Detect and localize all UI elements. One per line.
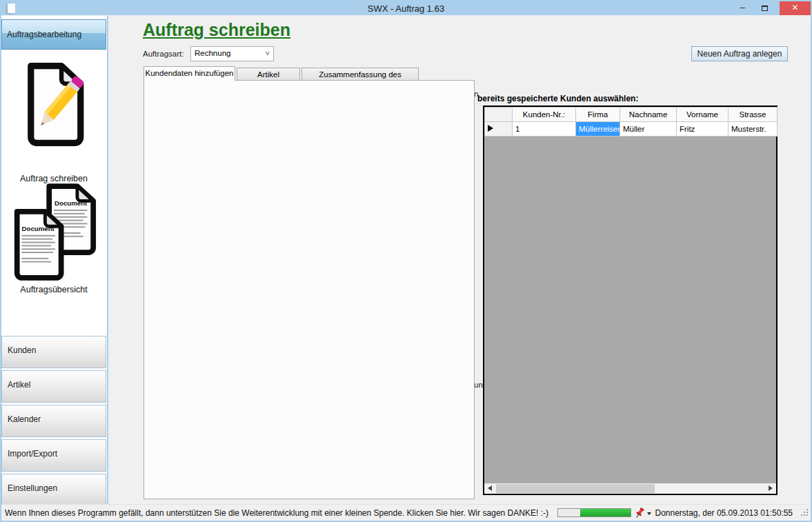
donate-text[interactable]: Wenn Ihnen dieses Programm gefällt, dann… (5, 508, 548, 518)
col-kundennr[interactable]: Kunden-Nr.: (513, 108, 576, 122)
shortcut-auftragsuebersicht-label[interactable]: Auftragsübersicht (1, 285, 106, 294)
shortcut-auftragsuebersicht[interactable]: Document Document (1, 181, 106, 285)
maximize-icon (762, 6, 768, 11)
scrollbar-thumb[interactable] (496, 484, 655, 493)
sidebar-group-header[interactable]: Auftragsbearbeitung (1, 19, 106, 50)
col-nachname[interactable]: Nachname (620, 108, 677, 122)
customers-table: Kunden-Nr.: Firma Nachname Vorname Stras… (484, 107, 778, 137)
shortcut-auftrag-schreiben[interactable] (1, 60, 106, 150)
tab-zusammenfassung[interactable]: Zusammenfassung des Auftrages (301, 68, 419, 81)
tab-artikel[interactable]: Artikel hinzufügen (237, 68, 300, 81)
window-title: SWX - Auftrag 1.63 (1, 3, 811, 14)
grid-horizontal-scrollbar[interactable] (484, 483, 776, 494)
sidebar-item-import-export[interactable]: Import/Export (1, 439, 106, 472)
titlebar: SWX - Auftrag 1.63 – ✕ (1, 1, 811, 15)
documents-copy-icon: Document Document (10, 181, 97, 283)
sidebar-item-einstellungen[interactable]: Einstellungen (1, 474, 106, 506)
page-title: Auftrag schreiben (143, 20, 290, 40)
pushpin-icon[interactable] (633, 507, 651, 521)
cell-kundennr[interactable]: 1 (513, 122, 576, 137)
maximize-button[interactable] (754, 1, 775, 15)
tab-kundendaten[interactable]: Kundendaten hinzufügen (143, 66, 235, 81)
auftragsart-select[interactable]: Rechnung ˅ (190, 46, 274, 61)
customer-row[interactable]: 1 Müllerreisen Müller Fritz Musterstr. (485, 122, 778, 137)
row-selector-header (485, 108, 513, 122)
app-window: SWX - Auftrag 1.63 – ✕ Auftragsbearbeitu… (0, 0, 812, 522)
cell-strasse[interactable]: Musterstr. (729, 122, 778, 137)
auftragsart-value: Rechnung (195, 49, 230, 57)
customers-header-row: Kunden-Nr.: Firma Nachname Vorname Stras… (485, 108, 778, 122)
tabpage-kundendaten (143, 80, 475, 499)
pencil-document-icon (21, 60, 87, 148)
scroll-right-icon[interactable] (769, 485, 773, 491)
sidebar-item-kunden[interactable]: Kunden (1, 336, 106, 368)
donation-progressbar (557, 508, 631, 517)
col-vorname[interactable]: Vorname (677, 108, 729, 122)
scroll-left-icon[interactable] (488, 485, 492, 491)
statusbar-datetime: Donnerstag, der 05.09.2013 01:50:55 (655, 508, 793, 518)
progress-fill (580, 509, 631, 516)
cell-vorname[interactable]: Fritz (677, 122, 729, 137)
row-selector-cell[interactable] (485, 122, 513, 137)
resize-grip[interactable] (801, 509, 809, 519)
cell-firma-selected[interactable]: Müllerreisen (576, 122, 620, 137)
sidebar-item-kalender[interactable]: Kalender (1, 405, 106, 437)
current-row-icon (488, 125, 493, 132)
col-strasse[interactable]: Strasse (729, 108, 778, 122)
close-button[interactable]: ✕ (780, 1, 811, 15)
col-firma[interactable]: Firma (576, 108, 620, 122)
minimize-button[interactable]: – (732, 1, 753, 15)
sidebar: Auftragsbearbeitung Auftrag schreiben (1, 16, 108, 505)
chevron-down-icon: ˅ (266, 49, 270, 57)
customers-grid: Kunden-Nr.: Firma Nachname Vorname Stras… (483, 106, 778, 495)
svg-text:Document: Document (55, 199, 88, 207)
cell-nachname[interactable]: Müller (620, 122, 677, 137)
auftragsart-label: Auftragsart: (143, 50, 184, 58)
saved-customers-heading: bereits gespeicherte Kunden auswählen: (477, 94, 638, 103)
sidebar-item-artikel[interactable]: Artikel (1, 370, 106, 403)
statusbar: Wenn Ihnen dieses Programm gefällt, dann… (1, 504, 811, 521)
svg-text:Document: Document (21, 225, 55, 232)
new-order-button[interactable]: Neuen Auftrag anlegen (691, 46, 788, 61)
